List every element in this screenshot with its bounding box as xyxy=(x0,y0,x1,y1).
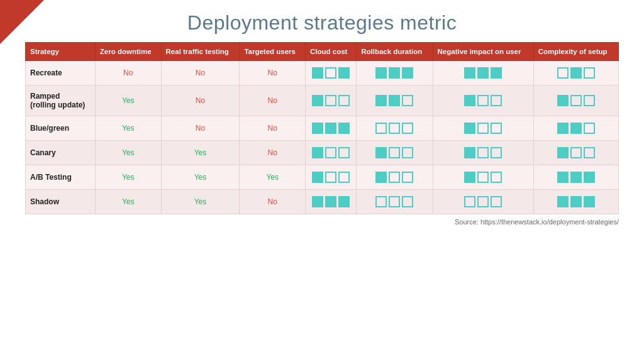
rating-box xyxy=(375,196,387,207)
rating-box xyxy=(325,196,336,207)
cell-rollback xyxy=(357,141,433,165)
col-header-rollback: Rollback duration xyxy=(357,43,433,61)
strategy-label: Blue/green xyxy=(30,124,69,133)
table-body: RecreateNoNoNoRamped (rolling update)Yes… xyxy=(26,61,619,214)
rating-box xyxy=(477,67,489,79)
cell-real-traffic: No xyxy=(161,61,240,85)
rating-box xyxy=(557,172,569,183)
cell-rollback xyxy=(357,116,433,141)
col-header-targeted-users: Targeted users xyxy=(240,43,306,61)
col-header-negative-impact: Negative impact on user xyxy=(433,43,533,61)
cell-zero-downtime: Yes xyxy=(95,190,161,214)
page-title: Deployment strategies metric xyxy=(0,0,644,42)
col-header-zero-downtime: Zero downtime xyxy=(95,43,161,61)
rating-box xyxy=(312,147,323,158)
rating-box xyxy=(325,67,336,79)
rating-box xyxy=(584,196,595,207)
rating-box xyxy=(402,147,413,158)
rating-box xyxy=(389,67,400,79)
rating-box xyxy=(477,123,489,134)
rating-box xyxy=(464,67,475,79)
rating-box xyxy=(557,95,569,106)
rating-box xyxy=(570,95,582,106)
rating-box xyxy=(477,172,489,183)
rating-boxes xyxy=(438,123,529,134)
rating-box xyxy=(389,147,400,158)
strategy-label: Shadow xyxy=(30,197,59,206)
rating-box xyxy=(464,172,475,183)
col-header-complexity: Complexity of setup xyxy=(533,43,618,61)
rating-box xyxy=(312,196,323,207)
corner-decoration xyxy=(0,0,44,44)
rating-box xyxy=(389,196,400,207)
table-header-row: Strategy Zero downtime Real traffic test… xyxy=(26,43,619,61)
table-row: RecreateNoNoNo xyxy=(26,61,619,85)
rating-box xyxy=(491,172,502,183)
cell-complexity xyxy=(533,116,618,141)
strategy-table: Strategy Zero downtime Real traffic test… xyxy=(25,42,619,214)
rating-box xyxy=(375,95,387,106)
table-row: Blue/greenYesNoNo xyxy=(26,116,619,141)
cell-strategy: Ramped (rolling update) xyxy=(26,85,96,116)
rating-box xyxy=(464,123,475,134)
table-container: Strategy Zero downtime Real traffic test… xyxy=(0,42,644,214)
rating-box xyxy=(584,172,595,183)
rating-boxes xyxy=(361,172,428,183)
cell-real-traffic: Yes xyxy=(161,190,240,214)
cell-negative-impact xyxy=(433,116,533,141)
rating-boxes xyxy=(538,67,614,79)
rating-boxes xyxy=(310,123,352,134)
rating-box xyxy=(338,123,350,134)
cell-negative-impact xyxy=(433,85,533,116)
rating-boxes xyxy=(361,196,428,207)
cell-targeted-users: Yes xyxy=(240,165,306,190)
cell-targeted-users: No xyxy=(240,116,306,141)
strategy-label: Recreate xyxy=(30,69,62,77)
rating-box xyxy=(464,95,475,106)
rating-box xyxy=(338,95,350,106)
rating-boxes xyxy=(538,123,614,134)
rating-box xyxy=(584,123,595,134)
rating-box xyxy=(570,147,582,158)
rating-boxes xyxy=(538,172,614,183)
rating-box xyxy=(375,172,387,183)
rating-box xyxy=(402,196,413,207)
rating-box xyxy=(557,147,569,158)
rating-box xyxy=(389,172,400,183)
cell-negative-impact xyxy=(433,61,533,85)
cell-targeted-users: No xyxy=(240,61,306,85)
rating-box xyxy=(312,123,323,134)
rating-box xyxy=(491,67,502,79)
rating-boxes xyxy=(538,196,614,207)
rating-boxes xyxy=(438,172,529,183)
cell-rollback xyxy=(357,165,433,190)
rating-box xyxy=(477,147,489,158)
cell-cloud-cost xyxy=(305,165,356,190)
rating-box xyxy=(477,196,489,207)
cell-complexity xyxy=(533,190,618,214)
table-row: CanaryYesYesNo xyxy=(26,141,619,165)
rating-box xyxy=(557,196,569,207)
strategy-label: Canary xyxy=(30,148,56,157)
rating-boxes xyxy=(310,95,352,106)
cell-strategy: Canary xyxy=(26,141,96,165)
table-row: Ramped (rolling update)YesNoNo xyxy=(26,85,619,116)
cell-targeted-users: No xyxy=(240,190,306,214)
rating-box xyxy=(491,123,502,134)
rating-box xyxy=(312,172,323,183)
rating-box xyxy=(491,147,502,158)
cell-cloud-cost xyxy=(305,141,356,165)
rating-boxes xyxy=(361,67,428,79)
rating-box xyxy=(491,196,502,207)
rating-box xyxy=(375,123,387,134)
rating-boxes xyxy=(310,67,352,79)
rating-boxes xyxy=(361,123,428,134)
cell-real-traffic: Yes xyxy=(161,141,240,165)
rating-boxes xyxy=(438,147,529,158)
rating-box xyxy=(338,172,350,183)
table-row: ShadowYesYesNo xyxy=(26,190,619,214)
cell-cloud-cost xyxy=(305,61,356,85)
rating-box xyxy=(325,95,336,106)
rating-box xyxy=(570,67,582,79)
cell-zero-downtime: Yes xyxy=(95,141,161,165)
